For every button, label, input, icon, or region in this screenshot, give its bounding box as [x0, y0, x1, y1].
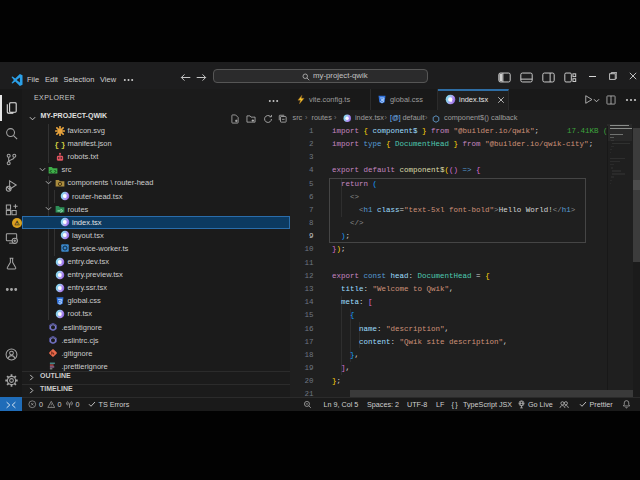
svg-text:{ }: { }: [55, 139, 65, 148]
